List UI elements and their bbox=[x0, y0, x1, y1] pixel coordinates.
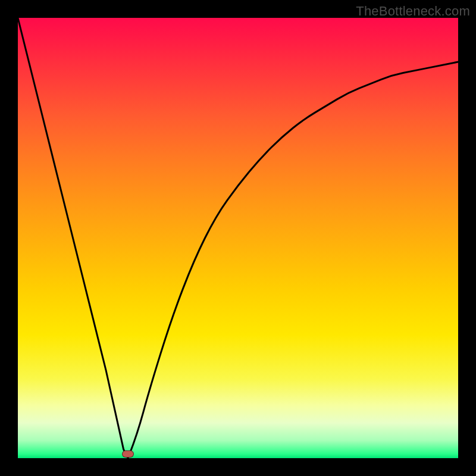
bottleneck-curve bbox=[18, 18, 458, 458]
plot-area bbox=[18, 18, 458, 458]
watermark-text: TheBottleneck.com bbox=[356, 4, 470, 19]
curve-left-branch bbox=[18, 18, 128, 458]
curve-right-branch bbox=[128, 62, 458, 458]
minimum-marker bbox=[122, 450, 134, 458]
chart-frame: TheBottleneck.com bbox=[0, 0, 476, 476]
